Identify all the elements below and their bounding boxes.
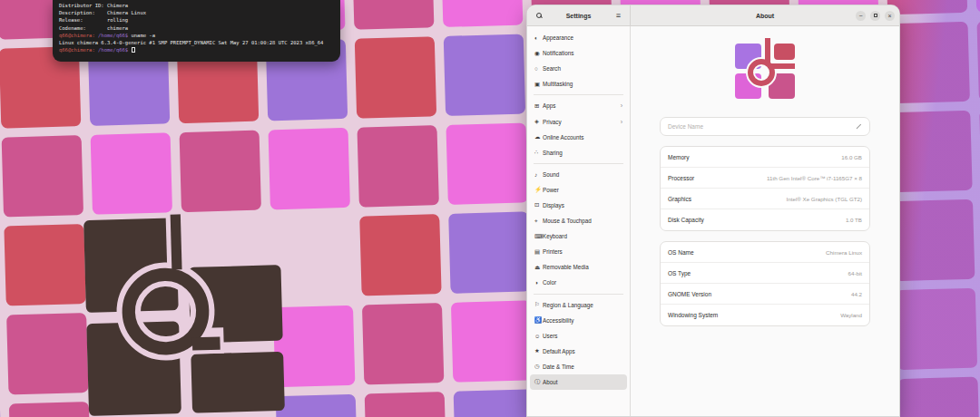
notifications-icon: ◉ <box>534 50 543 57</box>
mouse-touchpad-icon: ⌖ <box>534 218 543 225</box>
wallpaper-tile <box>2 135 83 217</box>
color-icon: ◑ <box>534 279 543 286</box>
sidebar-item-sound[interactable]: ♪Sound <box>530 167 627 182</box>
sidebar-item-label: Removable Media <box>543 264 622 270</box>
wallpaper-tile <box>448 211 530 293</box>
minimize-button[interactable]: − <box>856 11 866 21</box>
printers-icon: ▤ <box>534 248 543 256</box>
apps-icon: ⊞ <box>534 102 543 110</box>
power-icon: ⚡ <box>534 186 543 193</box>
chevron-right-icon: › <box>621 102 622 109</box>
info-row-graphics: GraphicsIntel® Xe Graphics (TGL GT2) <box>661 189 869 209</box>
sidebar-item-label: Multitasking <box>543 81 622 87</box>
wallpaper-tile <box>91 132 172 214</box>
sidebar-item-label: About <box>543 379 622 385</box>
sidebar-item-label: Color <box>543 279 622 286</box>
region-language-icon: ⚐ <box>534 301 543 308</box>
wallpaper-tile <box>890 111 972 192</box>
wallpaper-tile <box>180 131 261 212</box>
wallpaper-tile <box>454 389 535 417</box>
chevron-right-icon: › <box>621 119 622 125</box>
sidebar-item-label: Mouse & Touchpad <box>543 218 622 224</box>
sidebar-item-accessibility[interactable]: ♿Accessibility <box>530 313 627 328</box>
sidebar-item-label: Apps <box>543 102 621 109</box>
info-value: Chimera Linux <box>826 249 862 256</box>
wallpaper-tile <box>441 0 523 27</box>
maximize-button[interactable] <box>870 11 880 21</box>
edit-icon[interactable] <box>855 123 862 131</box>
headerbar-sidebar-section: Settings ≡ <box>527 5 631 25</box>
sidebar-item-users[interactable]: ☺Users <box>530 328 627 344</box>
chimera-linux-logo <box>734 36 796 103</box>
sidebar-item-label: Region & Language <box>543 302 622 308</box>
sidebar-item-about[interactable]: ⓘAbout <box>530 374 627 390</box>
sidebar-separator <box>534 94 623 95</box>
info-row-windowing-system: Windowing SystemWayland <box>661 305 869 325</box>
info-label: Memory <box>668 154 841 160</box>
wallpaper-tile <box>352 0 434 30</box>
settings-window[interactable]: Settings ≡ About − × ◐Appearance◉Notific… <box>526 5 900 417</box>
terminal-window[interactable]: Distributor ID: Chimera Description: Chi… <box>53 0 340 62</box>
chimera-wallpaper-logo <box>82 211 290 417</box>
wallpaper-tile <box>269 128 350 209</box>
sidebar-item-keyboard[interactable]: ⌨Keyboard <box>530 228 627 244</box>
sidebar-item-label: Appearance <box>543 34 622 41</box>
sidebar-item-label: Keyboard <box>543 233 622 239</box>
accessibility-icon: ♿ <box>534 316 543 324</box>
sidebar-item-label: Power <box>543 187 622 193</box>
headerbar-content-section: About − × <box>631 5 899 25</box>
wallpaper-tile <box>359 214 441 296</box>
sidebar-item-search[interactable]: ○Search <box>530 61 627 76</box>
sidebar-item-label: Default Apps <box>543 348 622 354</box>
info-row-memory: Memory16.0 GB <box>661 147 869 168</box>
settings-sidebar: ◐Appearance◉Notifications○Search▣Multita… <box>527 26 631 416</box>
sidebar-item-multitasking[interactable]: ▣Multitasking <box>530 76 627 92</box>
about-icon: ⓘ <box>534 378 543 386</box>
sidebar-item-appearance[interactable]: ◐Appearance <box>530 30 627 45</box>
close-button[interactable]: × <box>885 11 895 21</box>
sidebar-item-removable-media[interactable]: ⏏Removable Media <box>530 259 627 275</box>
sidebar-item-sharing[interactable]: ∴Sharing <box>530 145 627 160</box>
sidebar-item-printers[interactable]: ▤Printers <box>530 244 627 259</box>
sidebar-item-online-accounts[interactable]: ☁Online Accounts <box>530 130 627 145</box>
sidebar-item-label: Displays <box>543 202 622 208</box>
online-accounts-icon: ☁ <box>534 133 543 141</box>
wallpaper-tile <box>975 0 980 13</box>
sidebar-item-color[interactable]: ◑Color <box>530 275 627 290</box>
multitasking-icon: ▣ <box>534 81 543 88</box>
sidebar-item-label: Accessibility <box>543 317 622 324</box>
wallpaper-tile <box>976 19 980 101</box>
terminal-cursor <box>132 47 135 53</box>
info-label: Disk Capacity <box>668 217 846 223</box>
sidebar-item-privacy[interactable]: ◈Privacy› <box>530 113 627 129</box>
info-value: 11th Gen Intel® Core™ i7-1165G7 × 8 <box>767 175 862 181</box>
main-menu-button[interactable]: ≡ <box>612 10 624 22</box>
sidebar-item-notifications[interactable]: ◉Notifications <box>530 45 627 61</box>
device-name-placeholder: Device Name <box>668 123 855 130</box>
removable-media-icon: ⏏ <box>534 264 543 271</box>
search-button[interactable] <box>533 10 544 22</box>
info-label: Graphics <box>668 196 787 202</box>
displays-icon: ⊡ <box>534 201 543 208</box>
sidebar-item-mouse-touchpad[interactable]: ⌖Mouse & Touchpad <box>530 213 627 228</box>
device-name-row[interactable]: Device Name <box>660 117 870 136</box>
sidebar-item-label: Online Accounts <box>543 134 622 141</box>
sidebar-item-default-apps[interactable]: ★Default Apps <box>530 344 627 359</box>
hamburger-icon: ≡ <box>616 12 621 20</box>
info-value: Wayland <box>840 312 862 318</box>
about-panel: Device Name Memory16.0 GBProcessor11th G… <box>631 26 899 416</box>
sidebar-item-region-language[interactable]: ⚐Region & Language <box>530 297 627 313</box>
wallpaper-tile <box>9 402 91 417</box>
sidebar-separator <box>534 294 623 295</box>
default-apps-icon: ★ <box>534 347 543 354</box>
info-row-disk-capacity: Disk Capacity1.0 TB <box>661 209 869 230</box>
sidebar-item-power[interactable]: ⚡Power <box>530 182 627 198</box>
sidebar-item-apps[interactable]: ⊞Apps› <box>530 98 627 113</box>
wallpaper-tile <box>444 34 525 115</box>
wallpaper-tile <box>897 377 979 417</box>
info-value: 44.2 <box>851 291 862 297</box>
sidebar-item-label: Printers <box>543 248 622 255</box>
sidebar-item-displays[interactable]: ⊡Displays <box>530 198 627 213</box>
sidebar-item-date-time[interactable]: ◷Date & Time <box>530 359 627 374</box>
headerbar: Settings ≡ About − × <box>527 5 899 26</box>
